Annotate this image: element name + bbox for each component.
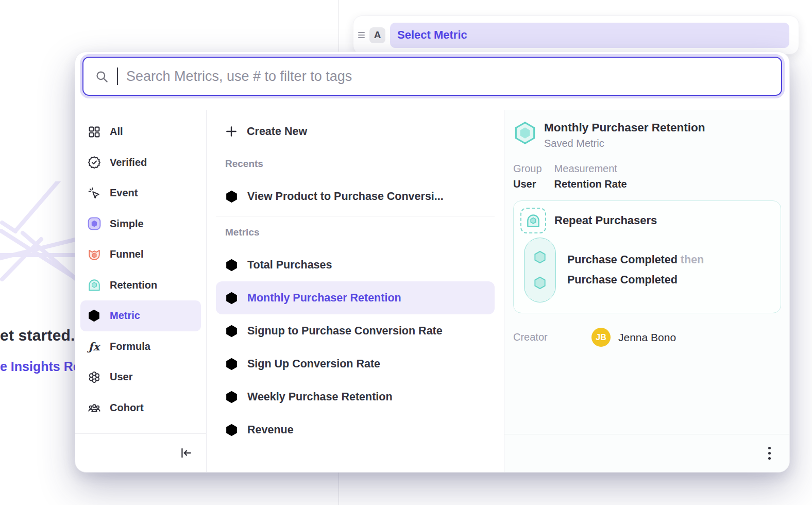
creator-avatar: JB: [591, 328, 611, 347]
sidebar-item-label: Event: [110, 187, 138, 199]
sidebar-item-metric[interactable]: Metric: [80, 300, 201, 331]
sidebar-item-formula[interactable]: ƒx Formula: [80, 331, 201, 362]
metric-item-label: Revenue: [247, 424, 294, 436]
group-value: User: [513, 178, 542, 190]
cursor-click-icon: [87, 187, 101, 200]
sidebar-item-label: Formula: [110, 341, 150, 352]
sidebar-item-label: Retention: [110, 279, 157, 291]
formula-fx-icon: ƒx: [87, 341, 101, 352]
select-metric-button[interactable]: Select Metric: [390, 23, 789, 48]
funnel-shield-icon: [87, 248, 101, 261]
metric-row-bar: A Select Metric: [353, 15, 799, 55]
sidebar-item-label: Cohort: [110, 402, 144, 414]
details-fields: Group User Measurement Retention Rate: [513, 163, 782, 190]
group-field: Group User: [513, 163, 542, 190]
sidebar-item-event[interactable]: Event: [80, 178, 201, 209]
group-label: Group: [513, 163, 542, 175]
sidebar-item-label: Funnel: [110, 248, 144, 260]
metric-item-total-purchases[interactable]: Total Purchases: [216, 248, 495, 281]
metric-item-weekly-purchase-retention[interactable]: Weekly Purchase Retention: [216, 380, 495, 413]
plus-icon: [225, 125, 238, 138]
metric-hexagon-icon: [225, 357, 239, 371]
creator-label: Creator: [513, 331, 591, 343]
metric-item-label: Sign Up Conversion Rate: [247, 358, 380, 371]
measurement-value: Retention Rate: [554, 178, 627, 190]
drag-handle-icon[interactable]: [358, 32, 365, 38]
metric-item-label: Weekly Purchase Retention: [247, 391, 393, 403]
search-icon: [95, 70, 109, 83]
verified-badge-icon: [87, 156, 101, 169]
card-title: Repeat Purchasers: [554, 214, 657, 227]
step-1: Purchase Completed then: [567, 254, 704, 266]
metric-hexagon-icon: [225, 423, 239, 437]
sidebar-footer: [75, 433, 206, 472]
metric-hexagon-icon: [225, 291, 239, 305]
sidebar-item-label: Metric: [110, 310, 140, 322]
search-input[interactable]: [126, 69, 770, 85]
metric-picker-modal: All Verified E: [75, 52, 790, 473]
step-2: Purchase Completed: [567, 274, 704, 287]
metric-hexagon-icon: [225, 324, 239, 338]
background-insights-link-fragment[interactable]: e Insights Re: [0, 359, 80, 374]
user-cluster-icon: [87, 371, 101, 384]
sidebar-item-all[interactable]: All: [80, 116, 201, 147]
metric-item-monthly-purchaser-retention[interactable]: Monthly Purchaser Retention: [216, 281, 495, 314]
retention-dashed-icon: [520, 208, 546, 233]
measurement-field: Measurement Retention Rate: [554, 163, 627, 190]
background-heading-fragment: et started.: [0, 327, 75, 344]
step-hexagon-icon: [533, 276, 547, 290]
creator-name: Jenna Bono: [618, 331, 676, 344]
cohort-people-icon: [87, 401, 101, 414]
step-connector: then: [678, 254, 704, 266]
card-body: Purchase Completed then Purchase Complet…: [520, 238, 773, 302]
metric-details-panel: Monthly Purchaser Retention Saved Metric…: [504, 110, 789, 472]
metrics-section-label: Metrics: [207, 216, 504, 248]
metric-hexagon-icon: [225, 390, 239, 404]
sidebar-item-verified[interactable]: Verified: [80, 147, 201, 178]
retention-arch-icon: [87, 278, 101, 292]
sidebar-item-user[interactable]: User: [80, 362, 201, 393]
metric-item-label: Monthly Purchaser Retention: [247, 292, 401, 305]
collapse-panel-icon[interactable]: [179, 446, 193, 460]
metric-list-panel: Create New Recents View Product to Purch…: [207, 110, 504, 472]
details-footer: [504, 434, 789, 472]
search-bar[interactable]: [82, 57, 782, 96]
sidebar-item-retention[interactable]: Retention: [80, 270, 201, 301]
more-options-kebab-icon[interactable]: [768, 447, 771, 460]
retention-steps-capsule: [524, 238, 556, 302]
sidebar-item-funnel[interactable]: Funnel: [80, 239, 201, 270]
picker-columns: All Verified E: [75, 110, 789, 472]
metric-item-label: Signup to Purchase Conversion Rate: [247, 325, 443, 338]
sidebar-item-label: User: [110, 371, 132, 383]
filter-sidebar: All Verified E: [75, 110, 207, 472]
recent-item-label: View Product to Purchase Conversi...: [247, 190, 444, 203]
metric-hexagon-icon: [225, 258, 239, 272]
metric-item-revenue[interactable]: Revenue: [216, 413, 495, 446]
metric-item-sign-up-conversion-rate[interactable]: Sign Up Conversion Rate: [216, 347, 495, 380]
retention-metric-hexagon-icon: [513, 121, 537, 145]
sidebar-item-label: All: [110, 126, 123, 138]
grid-icon: [87, 125, 101, 138]
details-subtitle: Saved Metric: [544, 138, 705, 149]
details-title: Monthly Purchaser Retention: [544, 121, 705, 134]
repeat-purchasers-card: Repeat Purchasers Purchase Completed the…: [513, 200, 781, 313]
card-header: Repeat Purchasers: [520, 208, 773, 233]
simple-hexagon-icon: [87, 217, 101, 230]
create-new-button[interactable]: Create New: [216, 115, 495, 148]
text-cursor: [117, 68, 118, 85]
sidebar-item-label: Verified: [110, 157, 147, 169]
recents-section-label: Recents: [207, 148, 504, 180]
decorative-lines-illustration: [0, 181, 77, 310]
metric-hexagon-icon: [87, 309, 101, 323]
funnel-hexagon-icon: [225, 190, 239, 204]
step-hexagon-icon: [533, 250, 547, 264]
sidebar-item-cohort[interactable]: Cohort: [80, 393, 201, 424]
sidebar-item-simple[interactable]: Simple: [80, 209, 201, 240]
sidebar-item-label: Simple: [110, 218, 144, 230]
step-lines: Purchase Completed then Purchase Complet…: [567, 254, 704, 287]
details-header: Monthly Purchaser Retention Saved Metric: [513, 121, 782, 149]
metric-item-signup-to-purchase-conversion-rate[interactable]: Signup to Purchase Conversion Rate: [216, 314, 495, 347]
recent-item[interactable]: View Product to Purchase Conversi...: [216, 180, 495, 213]
select-metric-label: Select Metric: [397, 28, 467, 42]
measurement-label: Measurement: [554, 163, 627, 175]
